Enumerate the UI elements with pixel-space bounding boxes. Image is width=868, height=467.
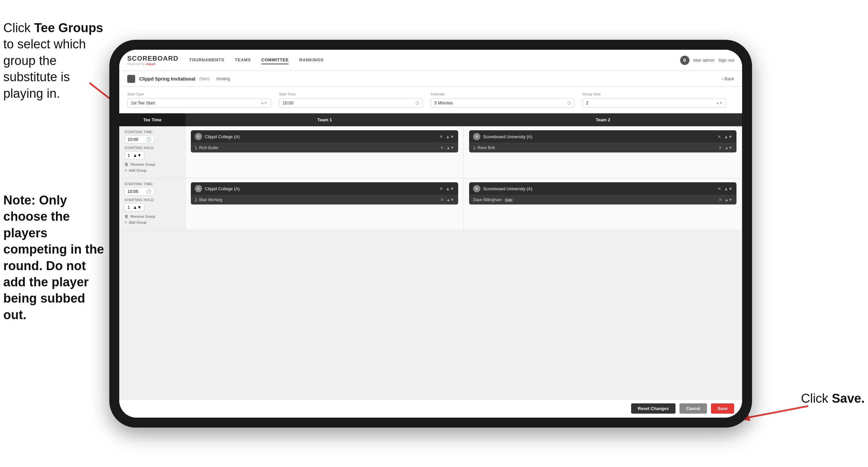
remove-group-button-2[interactable]: 🗑 Remove Group: [125, 214, 180, 219]
table-header: Tee Time Team 1 Team 2: [119, 113, 742, 126]
tee-group-row-2: STARTING TIME: 10:05 🕐 STARTING HOLE: 1 …: [119, 178, 742, 230]
top-nav: SCOREBOARD Powered by clippd TOURNAMENTS…: [119, 50, 742, 71]
player-arrow-icon-2-1-1[interactable]: ▲▼: [446, 198, 454, 202]
bottom-bar: Reset Changes Cancel Save: [119, 399, 742, 418]
team-slot-header-2-1: C Clippd College (A) ✕ ▲▼: [191, 182, 458, 195]
team-slot-x-icon-1-2[interactable]: ✕: [718, 134, 721, 139]
tablet-frame: SCOREBOARD Powered by clippd TOURNAMENTS…: [109, 40, 752, 428]
player-controls-2-2-1: ✕ ▲▼: [719, 198, 733, 202]
team-slot-player-2-1-1: 2. Blair McHarg ✕ ▲▼: [191, 195, 458, 204]
team-slot-arrow-icon-1-1[interactable]: ▲▼: [445, 134, 454, 139]
intervals-input[interactable]: 5 Minutes 🕐: [431, 98, 575, 108]
player-arrow-icon-2-2-1[interactable]: ▲▼: [724, 198, 733, 202]
breadcrumb-title: Clippd Spring Invitational: [139, 76, 195, 82]
cancel-button[interactable]: Cancel: [680, 403, 707, 414]
team-slot-player-1-1-1: 1. Rich Butler ✕ ▲▼: [191, 143, 458, 152]
team-slot-arrow-icon-2-1[interactable]: ▲▼: [445, 186, 454, 191]
team2-col-1: S Scoreboard University (A) ✕ ▲▼ 1. Rees…: [464, 126, 742, 178]
team-slot-controls-1-2: ✕ ▲▼: [718, 134, 733, 139]
team-slot-arrow-icon-2-2[interactable]: ▲▼: [724, 186, 733, 191]
team-slot-x-icon-2-1[interactable]: ✕: [439, 186, 443, 191]
team-slot-2-2[interactable]: S Scoreboard University (A) ✕ ▲▼ Dave Bi…: [469, 182, 737, 204]
player-name-1-1-1: 1. Rich Butler: [195, 146, 438, 150]
team-slot-header-1-2: S Scoreboard University (A) ✕ ▲▼: [469, 130, 737, 143]
tee-group-row: STARTING TIME: 10:00 🕐 STARTING HOLE: 1 …: [119, 126, 742, 178]
team-slot-header-2-2: S Scoreboard University (A) ✕ ▲▼: [469, 182, 737, 195]
starting-hole-input-1[interactable]: 1 ▲▼: [125, 151, 145, 159]
back-button[interactable]: ‹ Back: [722, 76, 734, 81]
starting-hole-input-2[interactable]: 1 ▲▼: [125, 203, 145, 211]
team1-col-2: C Clippd College (A) ✕ ▲▼ 2. Blair McHar…: [186, 178, 464, 230]
player-name-2-2-1: Dave Billingham SUB: [473, 198, 716, 202]
sign-out-link[interactable]: Sign out: [718, 58, 734, 63]
team-slot-1-1[interactable]: C Clippd College (A) ✕ ▲▼ 1. Rich Butler…: [191, 130, 458, 152]
save-bold: Save.: [832, 391, 865, 405]
save-button[interactable]: Save: [711, 403, 734, 414]
tee-groups-bold: Tee Groups: [34, 21, 103, 35]
logo-powered: Powered by clippd: [127, 62, 178, 66]
time-clock-icon-1: 🕐: [146, 137, 151, 142]
intervals-label: Intervals: [431, 92, 575, 96]
breadcrumb-hosting: Hosting: [216, 77, 230, 81]
team-slot-arrow-icon-1-2[interactable]: ▲▼: [724, 134, 733, 139]
instruction-text: Click Tee Groups to select which group t…: [3, 20, 104, 102]
team-slot-controls-2-2: ✕ ▲▼: [718, 186, 733, 191]
breadcrumb-logo-icon: [127, 75, 135, 83]
group-size-group: Group Size 2 ▲▼: [582, 92, 734, 108]
team-slot-1-2[interactable]: S Scoreboard University (A) ✕ ▲▼ 1. Rees…: [469, 130, 737, 152]
team-logo-1-1: C: [195, 133, 202, 140]
team-slot-x-icon-1-1[interactable]: ✕: [439, 134, 443, 139]
start-time-input[interactable]: 10:00 🕐: [279, 98, 423, 108]
nav-rankings[interactable]: RANKINGS: [299, 56, 323, 64]
player-x-icon-2-2-1[interactable]: ✕: [719, 198, 722, 202]
team-slot-x-icon-2-2[interactable]: ✕: [718, 186, 721, 191]
tee-time-col-1: STARTING TIME: 10:00 🕐 STARTING HOLE: 1 …: [119, 126, 186, 178]
team2-header: Team 2: [464, 113, 742, 126]
nav-tournaments[interactable]: TOURNAMENTS: [189, 56, 224, 64]
reset-changes-button[interactable]: Reset Changes: [631, 403, 676, 414]
team-name-2-1: Clippd College (A): [205, 186, 437, 191]
team2-col-2: S Scoreboard University (A) ✕ ▲▼ Dave Bi…: [464, 178, 742, 230]
team-name-1-1: Clippd College (A): [205, 134, 437, 139]
note-text: Note: Only choose the players competing …: [3, 192, 106, 323]
breadcrumb-gender: (Men): [199, 77, 210, 81]
starting-time-label-2: STARTING TIME:: [125, 182, 180, 186]
player-x-icon-1-2-1[interactable]: ✕: [719, 146, 722, 150]
player-name-1-2-1: 1. Rees Britt: [473, 146, 716, 150]
start-type-input[interactable]: 1st Tee Start ▲▼: [127, 98, 271, 108]
player-arrow-icon-1-2-1[interactable]: ▲▼: [724, 146, 733, 150]
tee-table: Tee Time Team 1 Team 2 STARTING TIME: 10…: [119, 113, 742, 399]
player-controls-1-1-1: ✕ ▲▼: [440, 146, 454, 150]
remove-group-button-1[interactable]: 🗑 Remove Group: [125, 162, 180, 167]
click-save-label: Click Save.: [801, 391, 865, 406]
starting-time-input-1[interactable]: 10:00 🕐: [125, 135, 154, 144]
nav-committee[interactable]: COMMITTEE: [261, 56, 289, 64]
tablet-screen: SCOREBOARD Powered by clippd TOURNAMENTS…: [119, 50, 742, 418]
player-name-2-1-1: 2. Blair McHarg: [195, 198, 438, 202]
team-slot-2-1[interactable]: C Clippd College (A) ✕ ▲▼ 2. Blair McHar…: [191, 182, 458, 204]
team-name-1-2: Scoreboard University (A): [483, 134, 715, 139]
team-slot-header-1-1: C Clippd College (A) ✕ ▲▼: [191, 130, 458, 143]
breadcrumb-bar: Clippd Spring Invitational (Men) Hosting…: [119, 71, 742, 87]
player-controls-2-1-1: ✕ ▲▼: [440, 198, 454, 202]
remove-group-icon-2: 🗑: [125, 214, 128, 219]
remove-group-icon-1: 🗑: [125, 162, 128, 167]
group-size-input[interactable]: 2 ▲▼: [582, 98, 726, 108]
start-type-group: Start Type 1st Tee Start ▲▼: [127, 92, 279, 108]
team-slot-player-2-2-1: Dave Billingham SUB ✕ ▲▼: [469, 195, 737, 204]
tee-time-col-2: STARTING TIME: 10:05 🕐 STARTING HOLE: 1 …: [119, 178, 186, 230]
start-type-label: Start Type: [127, 92, 271, 96]
group-size-arrow-icon: ▲▼: [716, 101, 722, 105]
player-controls-1-2-1: ✕ ▲▼: [719, 146, 733, 150]
team-slot-controls-2-1: ✕ ▲▼: [439, 186, 454, 191]
add-group-icon-2: +: [125, 220, 127, 225]
player-x-icon-2-1-1[interactable]: ✕: [440, 198, 444, 202]
team-logo-2-2: S: [473, 185, 480, 192]
player-arrow-icon-1-1-1[interactable]: ▲▼: [446, 146, 454, 150]
player-x-icon-1-1-1[interactable]: ✕: [440, 146, 444, 150]
nav-teams[interactable]: TEAMS: [235, 56, 251, 64]
add-group-button-1[interactable]: + Add Group: [125, 168, 180, 173]
start-type-arrow-icon: ▲▼: [261, 101, 267, 105]
add-group-button-2[interactable]: + Add Group: [125, 220, 180, 225]
starting-time-input-2[interactable]: 10:05 🕐: [125, 187, 154, 196]
